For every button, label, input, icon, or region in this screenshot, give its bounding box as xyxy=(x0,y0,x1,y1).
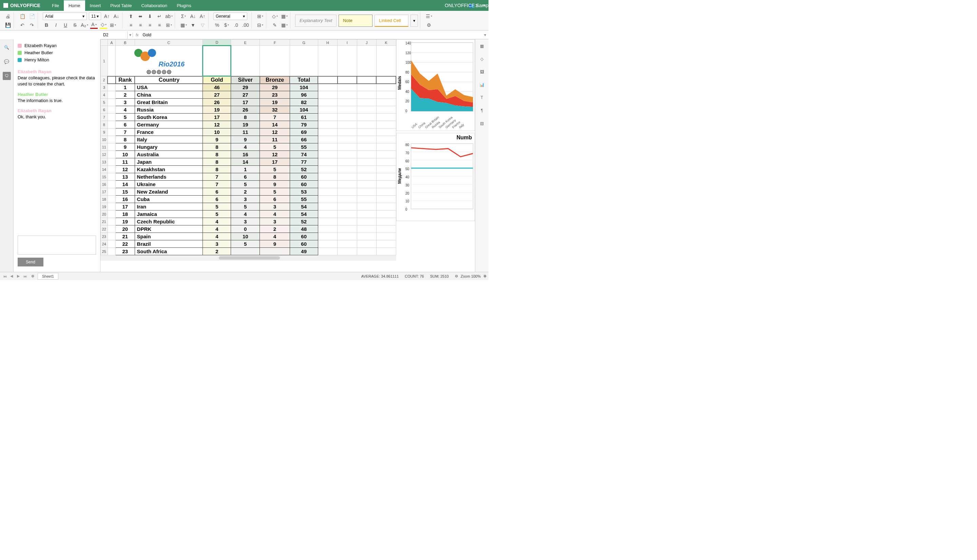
paragraph-icon[interactable]: ¶ xyxy=(478,107,486,115)
row-header[interactable]: 5 xyxy=(101,98,108,106)
align-center-button[interactable]: ≡ xyxy=(137,22,144,29)
decrease-decimal-button[interactable]: .0 xyxy=(232,22,240,29)
underline-button[interactable]: U xyxy=(62,22,69,29)
insert-cells-button[interactable]: ⊞ xyxy=(256,13,264,20)
align-top-button[interactable]: ⬆ xyxy=(127,13,135,20)
search-icon[interactable]: 🔍 xyxy=(3,43,11,52)
italic-button[interactable]: I xyxy=(52,22,60,29)
wrap-text-button[interactable]: ↵ xyxy=(156,13,163,20)
column-header[interactable]: K xyxy=(376,40,396,46)
row-header[interactable]: 15 xyxy=(101,173,108,181)
font-size-select[interactable]: 11▾ xyxy=(89,13,101,20)
justify-button[interactable]: ≡ xyxy=(156,22,163,29)
first-sheet-button[interactable]: ⏮ xyxy=(2,274,7,278)
align-bottom-button[interactable]: ⬇ xyxy=(146,13,154,20)
style-linked-cell[interactable]: Linked Cell xyxy=(374,15,408,27)
row-header[interactable]: 9 xyxy=(101,128,108,136)
style-note[interactable]: Note xyxy=(339,15,372,27)
row-header[interactable]: 21 xyxy=(101,218,108,225)
row-header[interactable]: 24 xyxy=(101,240,108,248)
row-header[interactable]: 12 xyxy=(101,151,108,158)
text-settings-icon[interactable]: T xyxy=(478,93,486,102)
styles-dropdown[interactable]: ▾ xyxy=(411,15,418,27)
increase-font-button[interactable]: A↑ xyxy=(103,13,110,20)
row-header[interactable]: 25 xyxy=(101,248,108,255)
shape-settings-icon[interactable]: ◇ xyxy=(478,55,486,63)
row-header[interactable]: 4 xyxy=(101,91,108,98)
medals-area-chart[interactable]: Medals 140120100806040200USAChinaGreat B… xyxy=(396,39,475,131)
formula-expand[interactable]: ▾ xyxy=(482,33,489,37)
filter-button[interactable]: ▼ xyxy=(189,22,197,29)
row-header[interactable]: 20 xyxy=(101,210,108,218)
menu-tab-insert[interactable]: Insert xyxy=(85,0,106,11)
column-header[interactable]: C xyxy=(135,40,203,46)
column-header[interactable]: F xyxy=(260,40,290,46)
named-range-button[interactable]: ▦ xyxy=(180,22,187,29)
row-header[interactable]: 6 xyxy=(101,106,108,113)
align-left-button[interactable]: ≡ xyxy=(127,22,135,29)
clear-button[interactable]: ◇ xyxy=(271,13,279,20)
sum-button[interactable]: Σ xyxy=(180,13,187,20)
align-middle-button[interactable]: ⬌ xyxy=(137,13,144,20)
send-button[interactable]: Send xyxy=(18,258,43,267)
formula-input[interactable] xyxy=(142,31,482,38)
merge-button[interactable]: ⊞ xyxy=(165,22,173,29)
row-header[interactable]: 8 xyxy=(101,121,108,128)
row-header[interactable]: 16 xyxy=(101,181,108,188)
view-options-button[interactable]: ☰ xyxy=(425,13,433,20)
row-header[interactable]: 13 xyxy=(101,158,108,166)
fx-icon[interactable]: fx xyxy=(133,33,142,37)
column-header[interactable]: E xyxy=(231,40,260,46)
pivot-settings-icon[interactable]: ▤ xyxy=(478,119,486,127)
row-header[interactable]: 10 xyxy=(101,136,108,143)
style-explanatory[interactable]: Explanatory Text xyxy=(295,15,337,27)
medals-line-chart[interactable]: Numb Медали 80706050403020100 xyxy=(396,133,475,221)
column-header[interactable]: B xyxy=(116,40,135,46)
next-sheet-button[interactable]: ▶ xyxy=(16,274,21,278)
zoom-out-button[interactable]: ⊖ xyxy=(455,274,458,278)
menu-tab-plugins[interactable]: Plugins xyxy=(172,0,196,11)
redo-button[interactable]: ↷ xyxy=(28,22,36,29)
zoom-in-button[interactable]: ⊕ xyxy=(483,274,486,278)
sheet-tab[interactable]: Sheet1 xyxy=(38,273,58,280)
decrease-font-button[interactable]: A↓ xyxy=(113,13,120,20)
delete-cells-button[interactable]: ⊟ xyxy=(256,22,264,29)
copy-button[interactable]: 📋 xyxy=(18,13,26,20)
subscript-button[interactable]: A₂ xyxy=(81,22,88,29)
fill-color-button[interactable]: ◇ xyxy=(100,22,107,29)
menu-tab-file[interactable]: File xyxy=(47,0,64,11)
column-header[interactable]: A xyxy=(107,40,116,46)
horizontal-scrollbar[interactable] xyxy=(100,255,396,261)
comments-icon[interactable]: 💬 xyxy=(3,58,11,66)
prev-sheet-button[interactable]: ◀ xyxy=(9,274,14,278)
bold-button[interactable]: B xyxy=(43,22,50,29)
clear-filter-button[interactable]: ▽ xyxy=(199,22,206,29)
column-header[interactable]: J xyxy=(357,40,376,46)
add-sheet-button[interactable]: ⊕ xyxy=(29,274,36,278)
table-template-button[interactable]: ▦ xyxy=(281,13,288,20)
column-header[interactable]: H xyxy=(318,40,337,46)
menu-tab-pivot-table[interactable]: Pivot Table xyxy=(105,0,136,11)
sort-desc-button[interactable]: A↑ xyxy=(199,13,206,20)
menu-tab-collaboration[interactable]: Collaboration xyxy=(136,0,172,11)
align-right-button[interactable]: ≡ xyxy=(146,22,154,29)
name-box[interactable]: D2 xyxy=(100,31,127,38)
font-color-button[interactable]: A xyxy=(90,22,98,29)
row-header[interactable]: 18 xyxy=(101,196,108,203)
row-header[interactable]: 23 xyxy=(101,233,108,240)
print-button[interactable]: 🖨 xyxy=(4,13,12,20)
row-header[interactable]: 1 xyxy=(101,46,108,76)
row-header[interactable]: 14 xyxy=(101,166,108,173)
row-header[interactable]: 11 xyxy=(101,143,108,151)
save-button[interactable]: 💾 xyxy=(4,22,12,29)
row-header[interactable]: 3 xyxy=(101,84,108,91)
last-sheet-button[interactable]: ⏭ xyxy=(22,274,28,278)
number-format-select[interactable]: General▾ xyxy=(214,13,247,20)
name-box-dropdown[interactable]: ▾ xyxy=(127,33,133,37)
column-header[interactable]: D xyxy=(203,40,231,46)
strike-button[interactable]: S xyxy=(71,22,79,29)
paste-button[interactable]: 📄 xyxy=(28,13,36,20)
column-header[interactable]: G xyxy=(290,40,318,46)
borders-button[interactable]: ⊞ xyxy=(109,22,117,29)
increase-decimal-button[interactable]: .00 xyxy=(242,22,249,29)
